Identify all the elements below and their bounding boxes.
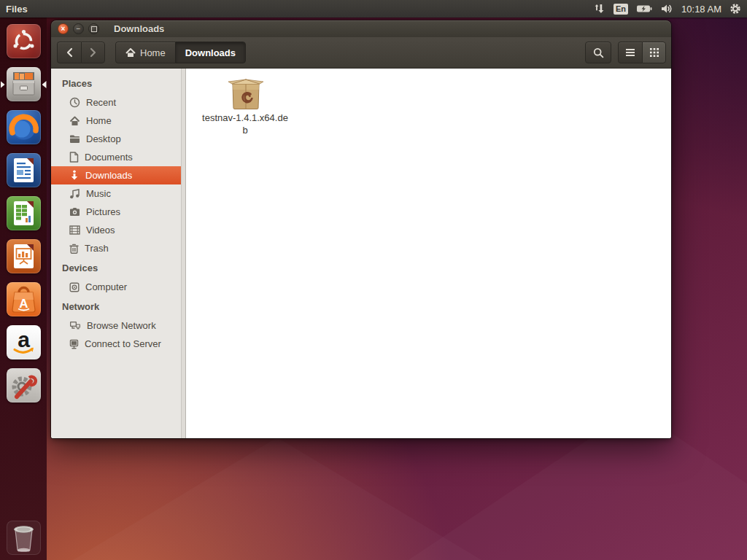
- home-icon: [125, 48, 136, 58]
- volume-icon[interactable]: [660, 4, 673, 14]
- window-titlebar[interactable]: × − Downloads: [51, 20, 671, 37]
- window-title: Downloads: [114, 23, 164, 34]
- grid-view-icon: [649, 47, 659, 58]
- grid-view-button[interactable]: [642, 42, 666, 63]
- sidebar-item-music[interactable]: Music: [51, 184, 185, 203]
- calc-spreadsheet-icon: [7, 196, 41, 230]
- window-toolbar: Home Downloads: [51, 37, 671, 69]
- debian-package-icon: [226, 75, 266, 110]
- close-button[interactable]: ×: [58, 23, 69, 34]
- camera-icon: [69, 207, 80, 217]
- search-icon: [593, 47, 604, 58]
- server-monitor-icon: [69, 339, 79, 349]
- maximize-button[interactable]: [88, 23, 99, 34]
- sidebar-item-desktop[interactable]: Desktop: [51, 130, 185, 148]
- launcher-item-libreoffice-calc[interactable]: [7, 196, 41, 230]
- places-sidebar: Places Recent Home: [51, 69, 186, 438]
- files-window: × − Downloads Home: [51, 20, 671, 438]
- active-app-name: Files: [6, 4, 28, 15]
- launcher-item-libreoffice-writer[interactable]: [7, 153, 41, 187]
- list-view-icon: [625, 48, 635, 57]
- folder-icon: [69, 134, 80, 144]
- downloads-arrow-icon: [69, 170, 80, 181]
- sidebar-item-computer[interactable]: Computer: [51, 278, 185, 296]
- clock[interactable]: 10:18 AM: [681, 4, 721, 15]
- svg-text:a: a: [18, 327, 30, 351]
- top-panel: Files En 10:18 AM: [0, 0, 747, 18]
- file-name-label: testnav-1.4.1.x64.deb: [202, 112, 288, 137]
- launcher-item-software-center[interactable]: A: [7, 282, 41, 316]
- sidebar-item-home[interactable]: Home: [51, 112, 185, 130]
- home-icon: [69, 116, 80, 126]
- sidebar-header-devices: Devices: [51, 257, 185, 278]
- network-computers-icon: [69, 321, 81, 330]
- focused-indicator-icon: [42, 81, 47, 88]
- recent-clock-icon: [69, 97, 80, 108]
- history-nav-group: [57, 42, 105, 63]
- sidebar-item-browse-network[interactable]: Browse Network: [51, 316, 185, 335]
- ubuntu-logo-icon: [7, 24, 41, 58]
- trash-icon: [69, 244, 79, 254]
- launcher-item-firefox[interactable]: [7, 110, 41, 144]
- pane-resize-handle[interactable]: [182, 218, 185, 250]
- software-center-bag-icon: A: [7, 282, 41, 316]
- forward-button[interactable]: [81, 42, 105, 63]
- chevron-left-icon: [66, 47, 73, 58]
- sidebar-item-downloads[interactable]: Downloads: [51, 166, 185, 184]
- view-toggle-group: [618, 42, 666, 63]
- minimize-button[interactable]: −: [73, 23, 84, 34]
- breadcrumb-downloads-label: Downloads: [185, 47, 236, 58]
- launcher-item-trash[interactable]: [7, 521, 41, 555]
- wallpaper-triangle: [73, 438, 481, 560]
- settings-gear-wrench-icon: [7, 368, 41, 402]
- file-item-deb-package[interactable]: testnav-1.4.1.x64.deb: [202, 75, 290, 137]
- session-gear-icon[interactable]: [729, 3, 741, 15]
- launcher-item-amazon[interactable]: a: [7, 325, 41, 359]
- svg-text:A: A: [19, 297, 28, 311]
- amazon-icon: a: [7, 325, 41, 359]
- network-arrows-icon[interactable]: [594, 4, 605, 15]
- breadcrumb-home-label: Home: [140, 47, 166, 58]
- running-indicator-icon: [1, 81, 5, 88]
- system-tray: En 10:18 AM: [594, 3, 741, 15]
- sidebar-header-places: Places: [51, 73, 185, 93]
- music-note-icon: [69, 189, 80, 199]
- trash-bin-icon: [7, 521, 41, 555]
- search-button[interactable]: [585, 42, 611, 63]
- file-cabinet-icon: [7, 67, 41, 101]
- launcher-item-dash[interactable]: [7, 24, 41, 58]
- firefox-icon: [7, 110, 41, 144]
- sidebar-header-network: Network: [51, 296, 185, 316]
- breadcrumb: Home Downloads: [115, 42, 246, 63]
- launcher-item-system-settings[interactable]: [7, 368, 41, 402]
- sidebar-item-pictures[interactable]: Pictures: [51, 203, 185, 221]
- list-view-button[interactable]: [618, 42, 642, 63]
- back-button[interactable]: [57, 42, 81, 63]
- sidebar-item-recent[interactable]: Recent: [51, 93, 185, 112]
- sidebar-item-connect-to-server[interactable]: Connect to Server: [51, 335, 185, 353]
- sidebar-item-documents[interactable]: Documents: [51, 148, 185, 166]
- document-icon: [69, 152, 79, 163]
- sidebar-item-videos[interactable]: Videos: [51, 221, 185, 239]
- keyboard-layout-indicator[interactable]: En: [614, 4, 628, 15]
- file-list-area[interactable]: testnav-1.4.1.x64.deb: [186, 69, 671, 438]
- battery-icon[interactable]: [636, 4, 652, 13]
- unity-launcher: A a: [0, 18, 47, 560]
- writer-document-icon: [7, 153, 41, 187]
- chevron-right-icon: [90, 47, 97, 58]
- breadcrumb-home[interactable]: Home: [115, 42, 175, 63]
- launcher-item-files[interactable]: [7, 67, 41, 101]
- launcher-item-libreoffice-impress[interactable]: [7, 239, 41, 273]
- impress-presentation-icon: [7, 239, 41, 273]
- film-icon: [69, 225, 80, 235]
- sidebar-item-trash[interactable]: Trash: [51, 239, 185, 257]
- drive-icon: [69, 282, 80, 292]
- breadcrumb-downloads[interactable]: Downloads: [175, 42, 246, 63]
